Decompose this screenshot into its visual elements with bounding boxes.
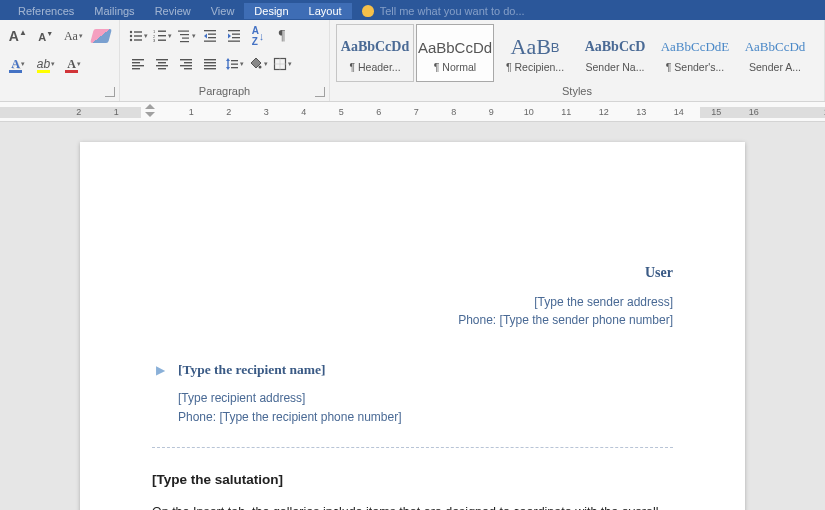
- svg-rect-41: [204, 68, 216, 69]
- sender-phone[interactable]: [Type the sender phone number]: [500, 313, 673, 327]
- style-preview: AaBbCcDdE: [661, 33, 730, 61]
- ruler-number: 8: [435, 107, 473, 117]
- svg-rect-39: [204, 62, 216, 63]
- style-name: ¶ Sender's...: [657, 61, 733, 73]
- svg-rect-5: [134, 39, 142, 40]
- style-item-3[interactable]: AaBbCcDSender Na...: [576, 24, 654, 82]
- ribbon: A▲ A▼ Aa▾ A▾ ab▾ A▾ ▾ 123▾ ▾ AZ↓ ¶ ▾: [0, 20, 825, 102]
- ruler-number: 9: [473, 107, 511, 117]
- show-marks-button[interactable]: ¶: [270, 25, 294, 47]
- change-case-button[interactable]: Aa▾: [62, 25, 86, 47]
- svg-rect-38: [204, 59, 216, 60]
- style-item-1[interactable]: AaBbCcDd¶ Normal: [416, 24, 494, 82]
- highlight-button[interactable]: ab▾: [34, 53, 58, 75]
- svg-rect-13: [180, 34, 189, 35]
- svg-rect-26: [132, 59, 144, 60]
- style-item-2[interactable]: AaBB¶ Recipien...: [496, 24, 574, 82]
- style-preview: AaBbCcD: [585, 33, 646, 61]
- sender-phone-label: Phone:: [458, 313, 499, 327]
- ruler-number: 17: [810, 107, 825, 117]
- svg-rect-19: [208, 37, 216, 38]
- style-preview: AaBbCcDd: [418, 33, 492, 61]
- font-color-button[interactable]: A▾: [62, 53, 86, 75]
- bullets-button[interactable]: ▾: [126, 25, 150, 47]
- shrink-font-button[interactable]: A▼: [34, 25, 58, 47]
- horizontal-ruler[interactable]: 21123456789101112131415161718: [0, 102, 825, 122]
- line-spacing-button[interactable]: ▾: [222, 53, 246, 75]
- align-center-button[interactable]: [150, 53, 174, 75]
- tell-me-search[interactable]: Tell me what you want to do...: [352, 3, 535, 19]
- tab-layout[interactable]: Layout: [299, 3, 352, 19]
- svg-rect-37: [184, 68, 192, 69]
- svg-rect-31: [158, 62, 166, 63]
- svg-rect-11: [158, 40, 166, 41]
- recipient-phone-label: Phone:: [178, 410, 219, 424]
- svg-point-48: [258, 66, 261, 69]
- style-preview: AaBB: [511, 33, 560, 61]
- styles-group-label: Styles: [330, 85, 824, 97]
- style-item-5[interactable]: AaBbCcDdSender A...: [736, 24, 814, 82]
- ruler-number: 1: [173, 107, 211, 117]
- shading-button[interactable]: ▾: [246, 53, 270, 75]
- justify-button[interactable]: [198, 53, 222, 75]
- svg-rect-12: [178, 31, 189, 32]
- ruler-number: 10: [510, 107, 548, 117]
- paragraph-dialog-launcher[interactable]: [315, 87, 325, 97]
- font-dialog-launcher[interactable]: [105, 87, 115, 97]
- style-preview: AaBbCcDd: [745, 33, 806, 61]
- svg-rect-21: [228, 30, 240, 31]
- clear-formatting-button[interactable]: [89, 25, 113, 47]
- page[interactable]: User [Type the sender address] Phone: [T…: [80, 142, 745, 510]
- svg-marker-17: [204, 34, 207, 39]
- salutation[interactable]: [Type the salutation]: [152, 472, 673, 487]
- ruler-number: 5: [323, 107, 361, 117]
- svg-marker-44: [226, 67, 230, 70]
- svg-rect-32: [156, 65, 168, 66]
- svg-rect-20: [204, 41, 216, 42]
- grow-font-button[interactable]: A▲: [6, 25, 30, 47]
- sender-address[interactable]: [Type the sender address]: [152, 293, 673, 311]
- recipient-address[interactable]: [Type recipient address]: [178, 389, 673, 408]
- ruler-number: 4: [285, 107, 323, 117]
- style-item-0[interactable]: AaBbCcDd¶ Header...: [336, 24, 414, 82]
- multilevel-list-button[interactable]: ▾: [174, 25, 198, 47]
- ruler-number: 1: [98, 107, 136, 117]
- svg-rect-7: [158, 31, 166, 32]
- tab-mailings[interactable]: Mailings: [84, 3, 144, 19]
- eraser-icon: [90, 29, 112, 43]
- align-left-button[interactable]: [126, 53, 150, 75]
- tab-references[interactable]: References: [8, 3, 84, 19]
- style-name: Sender Na...: [577, 61, 653, 73]
- svg-marker-22: [228, 34, 231, 39]
- svg-rect-40: [204, 65, 216, 66]
- svg-point-4: [129, 39, 131, 41]
- style-name: ¶ Header...: [337, 61, 413, 73]
- body-paragraph[interactable]: On the Insert tab, the galleries include…: [152, 503, 673, 510]
- tab-design[interactable]: Design: [244, 3, 298, 19]
- document-area: User [Type the sender address] Phone: [T…: [0, 122, 825, 510]
- recipient-name[interactable]: [Type the recipient name]: [178, 359, 673, 381]
- svg-rect-18: [208, 34, 216, 35]
- increase-indent-button[interactable]: [222, 25, 246, 47]
- tab-review[interactable]: Review: [145, 3, 201, 19]
- align-right-button[interactable]: [174, 53, 198, 75]
- ruler-number: 7: [398, 107, 436, 117]
- ruler-number: 12: [585, 107, 623, 117]
- tell-me-label: Tell me what you want to do...: [380, 5, 525, 17]
- ruler-number: 16: [735, 107, 773, 117]
- sender-name[interactable]: User: [152, 262, 673, 283]
- recipient-phone[interactable]: [Type the recipient phone number]: [219, 410, 401, 424]
- svg-point-0: [129, 31, 131, 33]
- ruler-number: 13: [623, 107, 661, 117]
- svg-rect-27: [132, 62, 140, 63]
- svg-rect-47: [231, 67, 238, 68]
- style-item-4[interactable]: AaBbCcDdE¶ Sender's...: [656, 24, 734, 82]
- numbering-button[interactable]: 123▾: [150, 25, 174, 47]
- sort-button[interactable]: AZ↓: [246, 25, 270, 47]
- borders-button[interactable]: ▾: [270, 53, 294, 75]
- decrease-indent-button[interactable]: [198, 25, 222, 47]
- svg-rect-1: [134, 31, 142, 32]
- ruler-number: [773, 107, 811, 117]
- tab-view[interactable]: View: [201, 3, 245, 19]
- text-effects-button[interactable]: A▾: [6, 53, 30, 75]
